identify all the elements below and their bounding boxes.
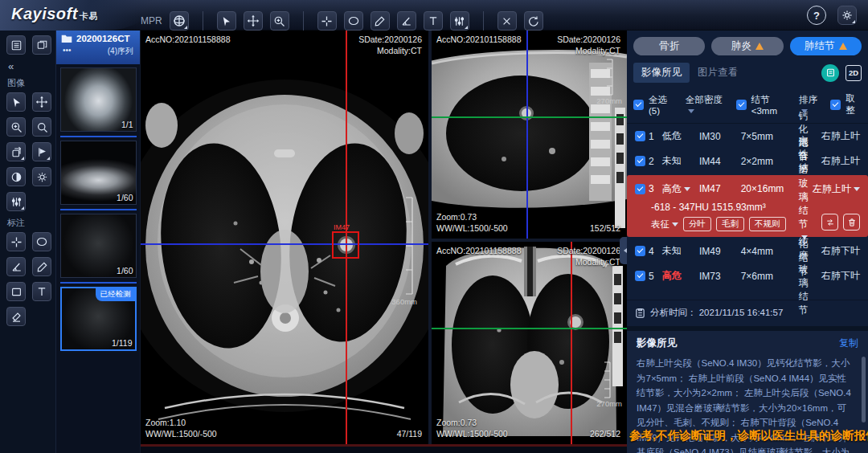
nodule-roi-box[interactable]: IM47 (332, 231, 359, 259)
pan-icon[interactable] (244, 11, 263, 31)
thumbnail-scout[interactable]: 1/1 (60, 67, 137, 132)
lt3mm-label[interactable]: 结节<3mm (751, 94, 789, 116)
nodule-row[interactable]: 5 高危 IM73 7×6mm 纯磨玻璃结节 右肺下叶 (627, 263, 868, 288)
mode-lung-nodule-button[interactable]: 肺结节 (790, 37, 862, 55)
series-header[interactable]: 20200126CT ••• (4)序列 (56, 31, 140, 64)
ellipse-icon[interactable] (344, 11, 363, 31)
sort-dropdown[interactable]: 排序 (799, 94, 822, 116)
window-level-icon[interactable] (6, 192, 26, 211)
layout-icon[interactable] (32, 35, 51, 55)
contrast-icon[interactable] (6, 167, 26, 186)
feature-chip[interactable]: 不规则 (749, 217, 786, 231)
nodule-list: 1 低危 IM30 7×5mm 钙化结节 右肺上叶 2 未知 IM44 2×2m… (627, 124, 868, 288)
text-icon[interactable] (424, 11, 443, 31)
feature-chip[interactable]: 毛刺 (716, 217, 744, 231)
cine-flag-icon[interactable] (32, 142, 51, 161)
nodule-checkbox[interactable] (635, 184, 645, 194)
nodule-row[interactable]: 2 未知 IM44 2×2mm 实性结节 右肺上叶 (627, 149, 868, 173)
nodule-image-index: IM73 (699, 271, 738, 282)
thumbnail-ct-series[interactable]: 1/60 (60, 214, 137, 278)
text-icon[interactable] (32, 282, 51, 301)
rotate-icon[interactable] (6, 142, 26, 161)
pencil-icon[interactable] (32, 257, 51, 276)
gear-icon[interactable] (837, 6, 857, 25)
nodule-risk-dropdown[interactable]: 高危 (662, 182, 696, 196)
nodule-number: 1 (649, 131, 659, 142)
brightness-icon[interactable] (32, 167, 51, 186)
round-checkbox[interactable] (830, 100, 841, 110)
angle-icon[interactable] (6, 257, 26, 276)
reset-rotate-icon[interactable] (524, 11, 543, 31)
zoom-in-icon[interactable] (270, 11, 289, 31)
thumbnail-ct-series-selected[interactable]: 已经检测 1/119 (60, 287, 137, 351)
angle-icon[interactable] (397, 11, 416, 31)
round-label[interactable]: 取整 (845, 92, 862, 116)
report-icon[interactable] (821, 64, 839, 82)
series-menu-dots[interactable]: ••• (63, 46, 72, 57)
mode-pneumonia-button[interactable]: 肺炎 (711, 37, 783, 55)
nodule-row[interactable]: 4 未知 IM49 4×4mm 钙化结节 右肺下叶 (627, 239, 868, 263)
2d-3d-toggle-icon[interactable]: 2D (845, 65, 862, 81)
nodule-checkbox[interactable] (635, 246, 645, 256)
panel-collapse-handle[interactable] (620, 237, 627, 264)
density-label: 全部密度 (686, 95, 723, 104)
select-all-checkbox[interactable] (633, 100, 644, 110)
density-dropdown[interactable]: 全部密度 (686, 94, 725, 116)
nodule-size: 7×6mm (741, 271, 796, 282)
nodule-number: 3 (649, 183, 659, 194)
rectangle-icon[interactable] (6, 282, 26, 301)
modality: Modality:CT (557, 45, 620, 56)
ellipse-icon[interactable] (32, 232, 51, 251)
zoom-wwwl-info: Zoom:0.73 WW/WL:1500/-500 (436, 211, 508, 234)
select-all-label[interactable]: 全选(5) (649, 94, 674, 116)
nodule-type-dropdown[interactable]: 混合磨玻璃结节 (799, 136, 809, 243)
help-icon[interactable]: ? (807, 6, 826, 25)
copy-findings-button[interactable]: 复制 (839, 337, 858, 350)
toolbar-separator (483, 11, 484, 31)
close-icon[interactable] (497, 11, 517, 31)
worklist-icon[interactable] (6, 35, 26, 55)
eraser-icon[interactable] (6, 307, 26, 326)
thumb-separator (60, 136, 137, 137)
topbar-right-group: ? (807, 6, 857, 25)
viewport-axial[interactable]: IM47 AccNO:202101158888 SDate:20200126 M… (141, 31, 428, 444)
toolbar-separator (303, 11, 304, 31)
scale-ruler-label: 270mm (596, 399, 622, 408)
series-panel: 20200126CT ••• (4)序列 1/1 1/60 1/60 已经检测 … (56, 31, 141, 453)
nodule-location: 右肺上叶 (812, 129, 861, 143)
tab-findings[interactable]: 影像所见 (633, 63, 690, 83)
nodule-row-selected[interactable]: 3 高危 IM47 20×16mm 混合磨玻璃结节 左肺上叶 -618 - 34… (627, 175, 868, 237)
thumb-count: 1/60 (117, 193, 133, 202)
crosshair-icon[interactable] (6, 232, 26, 251)
cursor-icon[interactable] (217, 11, 236, 31)
viewport-sagittal[interactable]: AccNO:202101158888 SDate:20200126 Modali… (432, 31, 627, 239)
nodule-location-dropdown[interactable]: 左肺上叶 (812, 182, 861, 196)
tab-image-view[interactable]: 图片查看 (690, 63, 746, 83)
feature-chip[interactable]: 分叶 (683, 217, 711, 231)
trash-icon[interactable] (843, 214, 860, 231)
roi-label: IM47 (334, 223, 350, 231)
rail-image-section-label: 图像 (7, 77, 55, 89)
viewport-coronal[interactable]: AccNO:202101158888 SDate:20200126 Modali… (432, 242, 627, 444)
nodule-checkbox[interactable] (635, 156, 645, 166)
top-toolbar: Kayisoft卡易 MPR (0, 0, 868, 31)
search-icon[interactable] (32, 117, 51, 137)
transfer-icon[interactable] (821, 214, 838, 231)
mpr-icon[interactable] (170, 11, 189, 31)
zoom-in-icon[interactable] (6, 117, 26, 137)
crosshair-icon[interactable] (317, 11, 337, 31)
mode-fracture-button[interactable]: 骨折 (633, 37, 705, 55)
window-level-icon[interactable] (450, 11, 469, 31)
thumbnail-ct-series[interactable]: 1/60 (60, 141, 137, 205)
nodule-checkbox[interactable] (635, 271, 645, 281)
lt3mm-checkbox[interactable] (736, 100, 747, 110)
scale-ruler-label: 360mm (391, 297, 417, 306)
scrollbar-thumb[interactable] (862, 357, 866, 422)
pencil-icon[interactable] (371, 11, 390, 31)
cursor-icon[interactable] (6, 92, 26, 112)
collapse-rail-icon[interactable]: « (8, 60, 55, 72)
nodule-row[interactable]: 1 低危 IM30 7×5mm 钙化结节 右肺上叶 (627, 124, 868, 149)
feature-dropdown[interactable]: 表征 (651, 218, 678, 231)
nodule-checkbox[interactable] (635, 131, 645, 141)
pan-icon[interactable] (32, 92, 51, 112)
